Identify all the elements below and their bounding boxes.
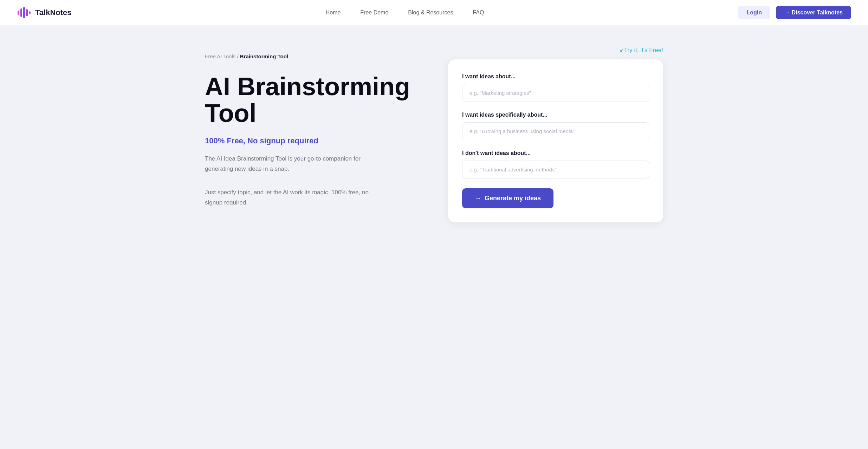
title-line2: Tool <box>205 99 257 127</box>
navbar: TalkNotes Home Free Demo Blog & Resource… <box>0 0 868 25</box>
no-ideas-about-input[interactable] <box>462 161 649 178</box>
brainstorm-card: I want ideas about... I want ideas speci… <box>448 59 663 222</box>
svg-rect-0 <box>18 11 19 15</box>
svg-rect-1 <box>20 8 22 17</box>
login-button[interactable]: Login <box>738 6 770 19</box>
description-2: Just specify topic, and let the AI work … <box>205 188 381 208</box>
breadcrumb-separator: / <box>235 53 240 59</box>
form-group-2: I want ideas specifically about... <box>462 112 649 140</box>
svg-rect-2 <box>23 7 25 18</box>
svg-rect-4 <box>29 11 31 14</box>
main-content: Free AI Tools / Brainstorming Tool AI Br… <box>188 25 680 250</box>
nav-faq[interactable]: FAQ <box>473 9 484 16</box>
logo-container: TalkNotes <box>17 5 72 20</box>
page-title: AI Brainstorming Tool <box>205 73 420 126</box>
logo-icon <box>17 5 32 20</box>
generate-button[interactable]: → Generate my ideas <box>462 188 553 208</box>
svg-rect-3 <box>26 9 28 16</box>
navbar-actions: Login → Discover Talknotes <box>738 6 851 19</box>
right-panel: ↙Try it, it's Free! I want ideas about..… <box>448 46 663 222</box>
ideas-specifically-input[interactable] <box>462 122 649 140</box>
nav-free-demo[interactable]: Free Demo <box>360 9 388 16</box>
breadcrumb-current: Brainstorming Tool <box>240 53 288 59</box>
generate-button-label: Generate my ideas <box>485 195 541 202</box>
free-badge: 100% Free, No signup required <box>205 136 420 145</box>
title-line1: AI Brainstorming <box>205 72 410 100</box>
left-panel: Free AI Tools / Brainstorming Tool AI Br… <box>205 46 420 215</box>
form-group-1: I want ideas about... <box>462 73 649 102</box>
form-group-3: I don't want ideas about... <box>462 150 649 178</box>
description-1: The AI Idea Brainstorming Tool is your g… <box>205 154 381 174</box>
discover-button[interactable]: → Discover Talknotes <box>776 6 851 19</box>
label-1: I want ideas about... <box>462 73 649 80</box>
breadcrumb: Free AI Tools / Brainstorming Tool <box>205 53 420 59</box>
nav-blog-resources[interactable]: Blog & Resources <box>408 9 453 16</box>
breadcrumb-parent[interactable]: Free AI Tools <box>205 53 235 59</box>
nav-home[interactable]: Home <box>326 9 341 16</box>
nav-links: Home Free Demo Blog & Resources FAQ <box>326 9 484 16</box>
arrow-icon: → <box>475 195 481 202</box>
label-2: I want ideas specifically about... <box>462 112 649 118</box>
ideas-about-input[interactable] <box>462 84 649 102</box>
label-3: I don't want ideas about... <box>462 150 649 156</box>
try-it-link[interactable]: ↙Try it, it's Free! <box>619 46 663 54</box>
logo-text: TalkNotes <box>35 8 72 17</box>
